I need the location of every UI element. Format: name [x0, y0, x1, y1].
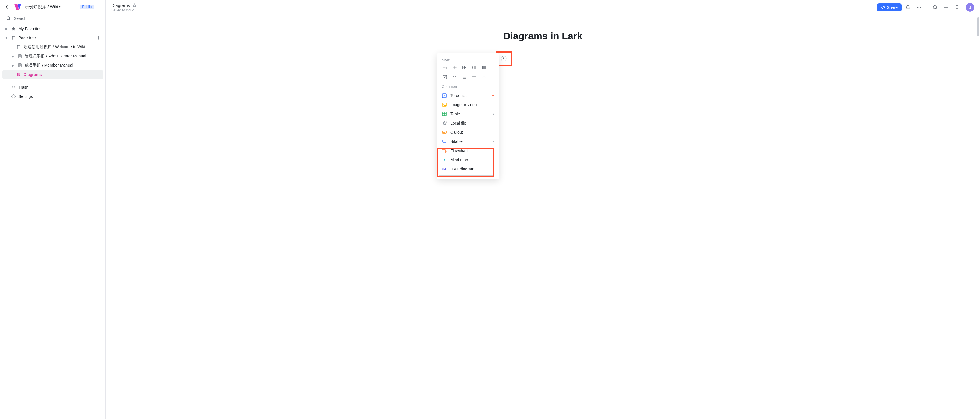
menu-item-uml[interactable]: UML UML diagram [438, 164, 498, 174]
menu-item-flowchart[interactable]: Flowchart [438, 146, 498, 155]
menu-item-mindmap[interactable]: Mind map [438, 155, 498, 164]
tree-item-welcome[interactable]: 欢迎使用知识库 / Welcome to Wiki [2, 43, 103, 52]
topbar: Diagrams Saved to cloud Share J [106, 0, 980, 16]
style-quote[interactable] [452, 74, 458, 80]
topbar-search-button[interactable] [931, 3, 940, 12]
nav-trash[interactable]: · Trash [2, 83, 103, 92]
ellipsis-icon [916, 5, 921, 10]
style-h2[interactable]: H₂ [452, 64, 458, 71]
style-grid: H₁ H₂ H₃ [438, 64, 498, 83]
chevron-right-icon: › [493, 140, 494, 143]
menu-section-common: Common [438, 83, 498, 91]
style-code[interactable] [481, 74, 487, 80]
separator [927, 4, 927, 11]
scrollbar-thumb[interactable] [977, 17, 979, 36]
more-button[interactable] [914, 3, 923, 12]
scrollbar-thumb[interactable] [439, 175, 493, 177]
chevron-down-icon: ▼ [5, 36, 9, 40]
chevron-right-icon: ▶ [11, 54, 15, 58]
style-checklist[interactable] [442, 74, 448, 80]
nav-settings-label: Settings [18, 94, 33, 99]
search-icon [6, 16, 11, 21]
nav-page-tree-label: Page tree [18, 36, 36, 40]
svg-point-5 [13, 96, 14, 97]
nav-favorites[interactable]: ▶ My Favorites [2, 24, 103, 33]
style-h3[interactable]: H₃ [461, 64, 468, 71]
topbar-actions: Share J [877, 3, 974, 12]
add-page-button[interactable] [96, 36, 101, 40]
svg-rect-16 [463, 77, 466, 78]
page-title[interactable]: Diagrams in Lark [437, 30, 649, 41]
style-bullet-list[interactable] [481, 64, 487, 71]
help-button[interactable] [953, 3, 962, 12]
document-content[interactable]: Diagrams in Lark Style H₁ H₂ [425, 16, 660, 200]
flowchart-icon [442, 148, 447, 153]
tree-item-label: 欢迎使用知识库 / Welcome to Wiki [24, 44, 85, 50]
divider-icon [472, 75, 477, 79]
back-button[interactable] [3, 3, 11, 11]
favorite-button[interactable] [132, 3, 137, 8]
bell-icon [905, 5, 910, 10]
share-label: Share [887, 5, 897, 10]
search-label: Search [14, 16, 26, 21]
svg-point-19 [443, 104, 444, 105]
menu-scrollbar[interactable] [439, 175, 497, 177]
breadcrumb-dropdown[interactable] [99, 5, 102, 8]
style-highlight[interactable] [461, 74, 468, 80]
highlight-icon [462, 75, 467, 79]
callout-icon [442, 130, 447, 135]
document-icon [17, 63, 22, 68]
page-tree: 欢迎使用知识库 / Welcome to Wiki ▶ 管理员手册 / Admi… [2, 43, 103, 79]
menu-item-label: Local file [450, 121, 466, 125]
svg-point-12 [482, 66, 483, 67]
tree-item-member[interactable]: ▶ 成员手册 / Member Manual [2, 61, 103, 70]
notifications-button[interactable] [903, 3, 913, 12]
style-divider[interactable] [471, 74, 477, 80]
menu-item-label: Image or video [450, 102, 477, 107]
search-button[interactable]: Search [0, 14, 105, 23]
save-status: Saved to cloud [111, 8, 137, 12]
mindmap-icon [442, 157, 447, 162]
menu-item-todo[interactable]: To-do list [438, 91, 498, 100]
workspace-logo-icon [14, 3, 22, 11]
tree-item-diagrams[interactable]: Diagrams [2, 70, 103, 79]
menu-item-table[interactable]: Table › [438, 110, 498, 119]
workspace-breadcrumb[interactable]: 示例知识库 / Wiki s... [25, 4, 76, 10]
new-indicator-dot [492, 95, 494, 97]
sidebar-header: 示例知识库 / Wiki s... Public [0, 0, 105, 14]
search-icon [932, 5, 938, 10]
menu-item-bitable[interactable]: Bitable › [438, 137, 498, 146]
table-icon [442, 111, 447, 116]
tree-item-admin[interactable]: ▶ 管理员手册 / Administrator Manual [2, 52, 103, 61]
nav-page-tree[interactable]: ▼ Page tree [2, 33, 103, 43]
tree-item-label: Diagrams [24, 72, 42, 77]
nav-settings[interactable]: · Settings [2, 92, 103, 101]
bitable-icon [442, 139, 447, 144]
chevron-right-icon: ▶ [5, 27, 9, 31]
checkbox-icon [442, 75, 447, 79]
code-icon [482, 75, 486, 79]
ordered-list-icon [472, 65, 477, 70]
plus-icon [96, 36, 101, 40]
svg-point-10 [956, 6, 958, 8]
menu-item-localfile[interactable]: Local file [438, 119, 498, 128]
menu-item-label: Callout [450, 130, 463, 135]
tree-icon [11, 35, 16, 40]
document-icon [16, 44, 21, 50]
star-outline-icon [132, 3, 137, 8]
chevron-right-icon: ▶ [11, 64, 15, 67]
doc-title[interactable]: Diagrams [111, 3, 130, 8]
menu-item-callout[interactable]: Callout [438, 128, 498, 137]
document-area[interactable]: Diagrams in Lark Style H₁ H₂ [106, 16, 980, 419]
share-button[interactable]: Share [877, 3, 902, 11]
style-ordered-list[interactable] [471, 64, 477, 71]
create-button[interactable] [942, 3, 951, 12]
lightbulb-icon [955, 5, 959, 10]
star-icon [11, 26, 16, 31]
menu-item-image[interactable]: Image or video [438, 100, 498, 110]
caret-down-icon [99, 5, 102, 8]
user-avatar[interactable]: J [966, 3, 974, 12]
link-icon [881, 5, 885, 10]
style-h1[interactable]: H₁ [442, 64, 448, 71]
svg-point-13 [482, 67, 483, 68]
